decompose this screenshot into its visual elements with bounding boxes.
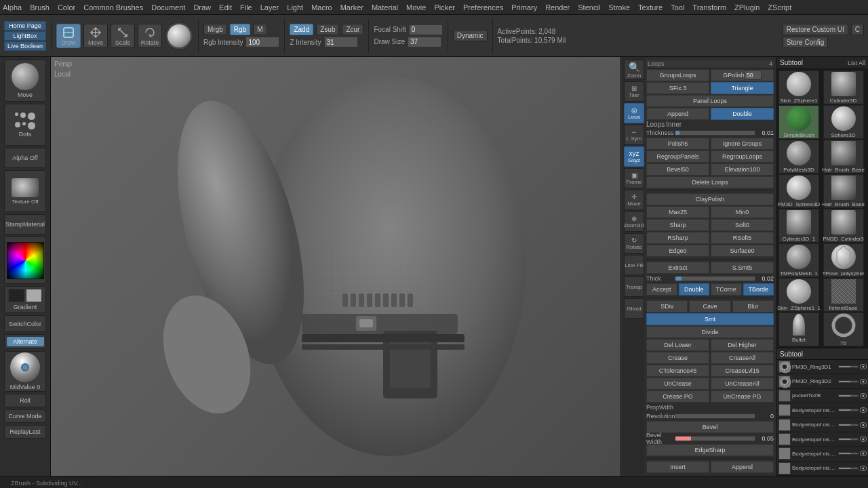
body1-5-eye[interactable] <box>860 407 867 413</box>
gpolish-button[interactable]: GPolish <box>711 69 774 81</box>
alternate-tool[interactable]: Alternate <box>4 334 46 349</box>
zoom3d-nav-button[interactable]: ⊕Zoom3D <box>624 211 644 232</box>
mrgb-button[interactable]: Mrgb <box>203 24 227 35</box>
tool-grid-item-skin1-1[interactable]: Skin_ZSphere1_1 <box>778 278 819 312</box>
menu-zscript[interactable]: ZScript <box>768 3 791 12</box>
draw-mode-button[interactable]: Draw <box>56 24 81 48</box>
crease-level-button[interactable]: CreaseLvl 15 <box>711 365 774 377</box>
tool-grid-item-cyl3d1[interactable]: Cylinder3D_1 <box>778 209 819 243</box>
menu-common[interactable]: Common Brushes <box>83 3 143 12</box>
body1-5-slider[interactable] <box>838 409 859 411</box>
delete-loops-button[interactable]: Delete Loops <box>646 176 774 188</box>
color-picker-tool[interactable] <box>4 237 46 284</box>
zadd-button[interactable]: Zadd <box>290 24 313 35</box>
zoom-nav-button[interactable]: 🔍Zoom <box>624 60 644 80</box>
body1-1-slider[interactable] <box>838 467 859 470</box>
tcorne-button[interactable]: TCorne <box>711 283 742 296</box>
pm3dring3d2-slider[interactable] <box>838 380 859 383</box>
dynamic-button[interactable]: Dynamic <box>453 30 488 41</box>
subtool-item-body1-5[interactable]: Bodyretopof nish_to_z1_5 <box>777 403 868 418</box>
viewport-canvas[interactable]: Persp Local <box>51 57 620 476</box>
regroup-loops-button[interactable]: RegroupLoops <box>711 150 774 163</box>
tool-grid-item-hairbrush[interactable]: Hair_Brush_Base <box>823 140 864 174</box>
stamp-material-tool[interactable]: StampMaterial <box>4 214 46 235</box>
subtool-item-body1-3[interactable]: Bodyretopof nish_to_z1_3 <box>777 447 868 461</box>
list-all-button[interactable]: List All <box>848 60 865 66</box>
tool-grid-item-fishnet[interactable]: fishnetBase <box>823 278 864 312</box>
replay-last-tool[interactable]: ReplayLast <box>4 425 46 439</box>
edge-sharp-button[interactable]: EdgeSharp <box>646 444 774 456</box>
crease-all-button[interactable]: CreaseAll <box>711 352 774 364</box>
crease-button[interactable]: Crease <box>646 352 709 364</box>
color-display-area[interactable] <box>7 242 44 279</box>
menu-stroke[interactable]: Stroke <box>608 3 630 12</box>
dots-tool[interactable]: Dots <box>4 104 46 146</box>
body1-1-eye[interactable] <box>860 466 867 471</box>
tool-grid-item-hairbrush2[interactable]: Hair_Brush_Base <box>823 174 864 208</box>
subtool-item-body1-6[interactable]: Bodyretopof nish_to_z1_6 <box>777 418 868 432</box>
tool-grid-item-pmring3d2[interactable]: PM3D_Ring3D2 76 <box>823 312 864 346</box>
append2-button[interactable]: Append <box>711 461 774 473</box>
soft-button[interactable]: Soft 0 <box>711 219 774 231</box>
menu-tool[interactable]: Tool <box>671 3 684 12</box>
max-button[interactable]: Max 25 <box>646 206 709 218</box>
menu-edit[interactable]: Edit <box>219 3 232 12</box>
pm3dring3d2-eye[interactable] <box>860 379 867 384</box>
body1-3-eye[interactable] <box>860 451 867 456</box>
menu-marker[interactable]: Marker <box>340 3 363 12</box>
live-boolean-button[interactable]: Live Boolean <box>4 41 46 51</box>
m-button[interactable]: M <box>253 24 267 35</box>
tool-grid-item-cylinder3d[interactable]: Cylinder3D <box>823 70 864 104</box>
gxyz-nav-button[interactable]: xyzGxyz <box>624 146 644 167</box>
body1-6-eye[interactable] <box>860 422 867 428</box>
polish-button[interactable]: Polish 5 <box>646 138 709 150</box>
sfix-button[interactable]: SFix 3 <box>646 82 709 94</box>
tool-grid-item-polymesh[interactable]: PolyMesh3D <box>778 140 819 174</box>
menu-alpha[interactable]: Alpha <box>3 3 22 12</box>
menu-picker[interactable]: Picker <box>434 3 455 12</box>
rsharp-button[interactable]: RSharp <box>646 232 709 244</box>
gradient-tool[interactable]: Gradient <box>4 286 46 313</box>
tiler-nav-button[interactable]: ⊞Tiler <box>624 81 644 102</box>
tool-grid-item-sphere3d[interactable]: Sphere3D <box>823 105 864 139</box>
body1-6-slider[interactable] <box>838 424 859 426</box>
extract-double-button[interactable]: Double <box>679 283 710 296</box>
tool-grid-item-bullet[interactable]: Bullet <box>778 312 819 346</box>
menu-texture[interactable]: Texture <box>638 3 663 12</box>
menu-macro[interactable]: Macro <box>311 3 332 12</box>
menu-color[interactable]: Color <box>58 3 75 12</box>
subtool-item-pockettозб[interactable]: pocketToZB <box>777 389 868 403</box>
rotate-mode-button[interactable]: Rotate <box>138 24 162 48</box>
lsym-nav-button[interactable]: ↔L Sym <box>624 125 644 145</box>
pockettозб-slider[interactable] <box>838 394 859 397</box>
rgb-button[interactable]: Rgb <box>230 24 250 35</box>
thick-track[interactable] <box>675 276 755 281</box>
thickness-track[interactable] <box>675 130 755 136</box>
lightbox-button[interactable]: LightBox <box>4 31 46 41</box>
curve-mode-tool[interactable]: Curve Mode <box>4 409 46 423</box>
menu-movie[interactable]: Movie <box>406 3 426 12</box>
smt-blue-button[interactable]: Smt <box>646 313 774 325</box>
tborde-button[interactable]: TBorde <box>743 283 774 296</box>
menu-zplugin[interactable]: ZPlugin <box>734 3 760 12</box>
accept-button[interactable]: Accept <box>646 283 677 296</box>
home-page-button[interactable]: Home Page <box>4 21 46 30</box>
menu-brush[interactable]: Brush <box>30 3 50 12</box>
ghost-nav-button[interactable]: Ghost <box>624 298 644 319</box>
rotate-nav-button[interactable]: ↻Rotate <box>624 233 644 253</box>
main-viewport[interactable]: Persp Local <box>51 57 620 476</box>
triangle-button[interactable]: Triangle <box>711 82 774 94</box>
ctolerance-button[interactable]: CTolerance 45 <box>646 365 709 377</box>
transp-nav-button[interactable]: Transp <box>624 277 644 297</box>
double-button[interactable]: Double <box>711 108 774 120</box>
del-higher-button[interactable]: Del Higher <box>711 339 774 351</box>
subtool-item-body1-9[interactable]: Bodyretopof nish_to_z1_9 <box>777 432 868 447</box>
min-button[interactable]: Min 0 <box>711 206 774 218</box>
menu-preferences[interactable]: Preferences <box>463 3 503 12</box>
cave-button[interactable]: Cave <box>689 300 730 312</box>
ignore-groups-button[interactable]: Ignore Groups <box>711 138 774 150</box>
subtool-item-pm3dring3d2[interactable]: PM3D_Ring3D2 <box>777 374 868 388</box>
subtool-item-body1-1[interactable]: Bodyretopof nish_to_z1_1 <box>777 462 868 476</box>
restore-custom-ui-button[interactable]: Restore Custom UI <box>783 24 848 35</box>
sharp-button[interactable]: Sharp <box>646 219 709 231</box>
